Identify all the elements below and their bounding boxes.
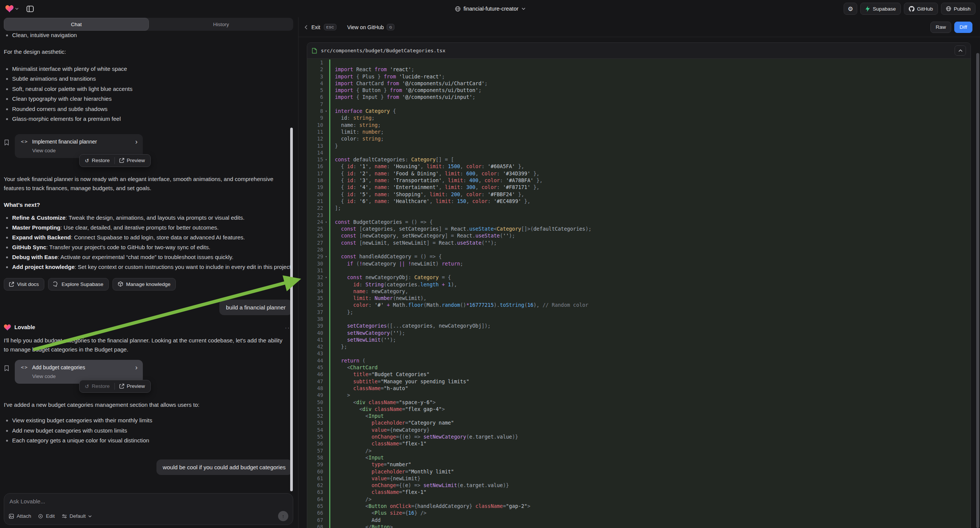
fold-gutter xyxy=(323,101,329,108)
code-line: 66 <Plus size={16} /> xyxy=(307,510,970,517)
line-number: 38 xyxy=(307,316,323,323)
code-line: 54 value={newCategory} xyxy=(307,427,970,434)
fold-gutter xyxy=(323,316,329,323)
line-number: 18 xyxy=(307,177,323,184)
line-number: 10 xyxy=(307,122,323,129)
fold-gutter xyxy=(323,476,329,482)
sidebar-toggle-button[interactable] xyxy=(24,3,36,14)
tab-history[interactable]: History xyxy=(149,18,293,31)
mode-selector[interactable]: Default xyxy=(62,513,92,519)
fold-gutter xyxy=(323,240,329,247)
chat-input[interactable] xyxy=(10,498,232,509)
fold-gutter xyxy=(323,261,329,267)
code-line: 1 xyxy=(307,59,970,66)
chat-scrollbar[interactable] xyxy=(290,128,293,491)
version-actions-popover: ↺ Restore Preview xyxy=(79,154,151,167)
line-number: 36 xyxy=(307,302,323,309)
fold-gutter xyxy=(323,524,329,528)
send-button[interactable]: ↑ xyxy=(278,511,288,521)
line-number: 37 xyxy=(307,309,323,316)
fold-gutter xyxy=(323,330,329,337)
file-added-icon xyxy=(312,48,317,54)
line-number: 43 xyxy=(307,350,323,357)
code-line: 12 color: string; xyxy=(307,135,970,142)
code-line: 25 const [categories, setCategories] = R… xyxy=(307,226,970,232)
fold-chevron-icon[interactable]: ▾ xyxy=(323,219,329,226)
fold-chevron-icon[interactable]: ▾ xyxy=(323,274,329,281)
code-line: 26 const [newCategory, setNewCategory] =… xyxy=(307,232,970,239)
line-number: 49 xyxy=(307,392,323,399)
code-line: 49 > xyxy=(307,392,970,399)
supabase-button[interactable]: Supabase xyxy=(860,3,901,15)
bookmark-icon[interactable] xyxy=(4,139,10,146)
github-icon xyxy=(909,6,915,12)
fold-gutter xyxy=(323,441,329,447)
restore-button[interactable]: ↺ Restore xyxy=(80,154,115,167)
code-line: 48 className="h-auto" xyxy=(307,385,970,392)
github-button[interactable]: GitHub xyxy=(904,3,938,15)
chevron-up-icon xyxy=(958,49,963,52)
chevron-left-icon xyxy=(305,25,308,30)
line-number: 9 xyxy=(307,115,323,122)
view-code-link[interactable]: View code xyxy=(32,148,137,153)
fold-gutter xyxy=(323,149,329,156)
code-line: 32▾ const newCategoryObj: Category = { xyxy=(307,274,970,281)
line-number: 27 xyxy=(307,240,323,247)
code-line: 9 id: string; xyxy=(307,115,970,122)
chat-history-tabs: Chat History xyxy=(4,18,293,31)
fold-chevron-icon[interactable]: ▾ xyxy=(323,156,329,163)
line-number: 25 xyxy=(307,226,323,232)
fold-gutter xyxy=(323,184,329,191)
line-number: 58 xyxy=(307,455,323,461)
line-number: 51 xyxy=(307,406,323,413)
code-line: 3import { Plus } from 'lucide-react'; xyxy=(307,73,970,80)
publish-button[interactable]: Publish xyxy=(941,3,975,15)
raw-button[interactable]: Raw xyxy=(931,22,951,33)
preview-button[interactable]: Preview xyxy=(115,380,150,393)
fold-gutter xyxy=(323,177,329,184)
tab-chat[interactable]: Chat xyxy=(4,18,149,31)
fold-gutter xyxy=(323,434,329,441)
view-on-github-button[interactable]: View on GitHub xyxy=(347,24,384,30)
line-number: 45 xyxy=(307,364,323,371)
window-scrollbar[interactable] xyxy=(976,53,979,528)
visit-docs-button[interactable]: Visit docs xyxy=(4,278,45,291)
diff-button[interactable]: Diff xyxy=(954,22,972,33)
restore-button[interactable]: ↺ Restore xyxy=(80,380,115,393)
bookmark-icon[interactable] xyxy=(4,365,10,372)
code-line: 33 id: String(categories.length + 1), xyxy=(307,281,970,288)
target-icon xyxy=(38,514,43,519)
fold-gutter xyxy=(323,163,329,170)
code-line: 24▾const BudgetCategories = () => { xyxy=(307,219,970,226)
line-number: 46 xyxy=(307,371,323,378)
file-header[interactable]: src/components/budget/BudgetCategories.t… xyxy=(307,43,970,59)
supabase-icon xyxy=(865,6,870,12)
line-number: 19 xyxy=(307,184,323,191)
line-number: 52 xyxy=(307,413,323,420)
attach-button[interactable]: Attach xyxy=(9,513,31,519)
collapse-file-button[interactable] xyxy=(955,45,966,56)
project-selector[interactable]: financial-future-creator xyxy=(455,0,525,17)
code-line: 53 placeholder="Category name" xyxy=(307,420,970,426)
settings-button[interactable]: ⚙ xyxy=(844,3,857,15)
lovable-logo-menu[interactable] xyxy=(5,5,19,13)
fold-gutter xyxy=(323,232,329,239)
line-number: 2 xyxy=(307,66,323,73)
code-line: 35 limit: Number(newLimit), xyxy=(307,295,970,302)
view-code-link[interactable]: View code xyxy=(32,374,137,379)
line-number: 13 xyxy=(307,143,323,149)
code-line: 64 /> xyxy=(307,496,970,503)
preview-button[interactable]: Preview xyxy=(115,154,150,167)
fold-gutter xyxy=(323,143,329,149)
code-line: 22]; xyxy=(307,205,970,212)
explore-supabase-button[interactable]: Explore Supabase xyxy=(48,278,109,291)
edit-button[interactable]: Edit xyxy=(38,513,54,519)
fold-gutter xyxy=(323,379,329,385)
fold-gutter xyxy=(323,309,329,316)
exit-button[interactable]: Exit xyxy=(312,24,320,30)
fold-chevron-icon[interactable]: ▾ xyxy=(323,108,329,115)
manage-knowledge-button[interactable]: Manage knowledge xyxy=(113,278,176,291)
fold-chevron-icon[interactable]: ▾ xyxy=(323,253,329,260)
line-number: 40 xyxy=(307,330,323,337)
fold-gutter xyxy=(323,406,329,413)
